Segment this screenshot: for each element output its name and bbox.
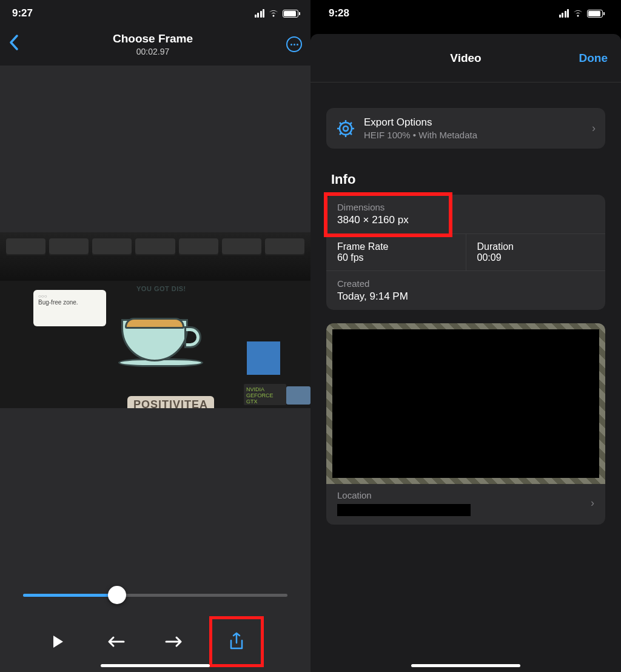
- highlight-box-share: [209, 616, 264, 667]
- map-card: Location ›: [326, 323, 605, 525]
- info-card: Dimensions 3840 × 2160 px Frame Rate 60 …: [326, 195, 605, 310]
- status-bar: 9:28: [310, 0, 621, 27]
- status-time: 9:28: [329, 7, 349, 19]
- sticker-positivitea: POSITIVITEA: [127, 396, 214, 408]
- prev-frame-button[interactable]: [105, 631, 127, 653]
- cup-speech-text: YOU GOT DIS!: [136, 285, 186, 292]
- status-indicators: [255, 9, 299, 18]
- frame-preview: ○○○ Bug-free zone. YOU GOT DIS! POSITIVI…: [0, 232, 310, 408]
- sheet-title: Video: [450, 52, 481, 65]
- svg-line-8: [340, 133, 341, 135]
- created-label: Created: [337, 278, 594, 289]
- location-row[interactable]: Location ›: [326, 484, 605, 525]
- gear-icon: [336, 119, 355, 138]
- wifi-icon: [268, 9, 279, 18]
- export-options-row[interactable]: Export Options HEIF 100% • With Metadata…: [326, 108, 605, 149]
- info-duration-row: Duration 00:09: [466, 234, 606, 270]
- created-value: Today, 9:14 PM: [337, 291, 594, 303]
- svg-line-7: [350, 133, 352, 135]
- status-bar: 9:27: [0, 0, 310, 27]
- svg-point-1: [343, 126, 348, 131]
- phone-video-info: 9:28 Video Done Export Options HEIF 100%…: [310, 0, 621, 672]
- export-title: Export Options: [364, 116, 477, 129]
- cellular-icon: [559, 9, 569, 18]
- sticker-intel: [286, 386, 310, 405]
- duration-label: Duration: [477, 241, 595, 252]
- export-subtitle: HEIF 100% • With Metadata: [364, 130, 477, 140]
- scrubber[interactable]: [23, 586, 287, 604]
- more-button[interactable]: [286, 36, 302, 52]
- wifi-icon: [572, 9, 583, 18]
- playback-controls: [0, 575, 310, 672]
- dimensions-value: 3840 × 2160 px: [337, 214, 594, 226]
- status-indicators: [559, 9, 603, 18]
- map-thumbnail[interactable]: [326, 323, 605, 484]
- duration-value: 00:09: [477, 252, 595, 263]
- phone-choose-frame: 9:27 Choose Frame 00:02.97 ○○○ Bug-free …: [0, 0, 310, 672]
- share-button[interactable]: [226, 631, 247, 653]
- sticker-bugfree: ○○○ Bug-free zone.: [33, 290, 106, 326]
- chevron-right-icon: ›: [592, 122, 596, 135]
- sticker-geforce: NVIDIA GEFORCE GTX: [244, 384, 286, 405]
- back-button[interactable]: [8, 34, 19, 55]
- nav-header: Choose Frame 00:02.97: [0, 27, 310, 66]
- play-button[interactable]: [47, 631, 69, 653]
- scrubber-thumb[interactable]: [108, 586, 126, 604]
- info-created-row: Created Today, 9:14 PM: [326, 271, 605, 310]
- sticker-bugfree-text: Bug-free zone.: [38, 299, 101, 306]
- location-redacted: [337, 504, 471, 516]
- next-frame-button[interactable]: [163, 631, 185, 653]
- laptop-keyboard: [0, 232, 310, 281]
- home-indicator[interactable]: [101, 664, 210, 667]
- cellular-icon: [255, 9, 265, 18]
- location-label: Location: [337, 490, 471, 500]
- battery-icon: [283, 10, 298, 18]
- info-dimensions-row: Dimensions 3840 × 2160 px: [326, 195, 605, 234]
- header-title-block: Choose Frame 00:02.97: [19, 32, 286, 56]
- frame-viewer[interactable]: ○○○ Bug-free zone. YOU GOT DIS! POSITIVI…: [0, 66, 310, 575]
- framerate-value: 60 fps: [337, 252, 455, 263]
- sheet-header: Video Done: [310, 34, 621, 82]
- info-heading: Info: [326, 172, 605, 187]
- svg-line-6: [340, 123, 341, 124]
- sticker-blue: [247, 341, 280, 375]
- done-button[interactable]: Done: [579, 52, 608, 65]
- battery-icon: [587, 10, 603, 18]
- sticker-cup: YOU GOT DIS!: [118, 302, 206, 390]
- video-info-sheet: Video Done Export Options HEIF 100% • Wi…: [310, 34, 621, 672]
- home-indicator[interactable]: [411, 664, 520, 667]
- svg-line-9: [350, 123, 352, 124]
- header-title: Choose Frame: [19, 32, 286, 45]
- chevron-right-icon: ›: [591, 497, 594, 509]
- status-time: 9:27: [12, 7, 33, 19]
- info-framerate-row: Frame Rate 60 fps: [326, 234, 466, 270]
- framerate-label: Frame Rate: [337, 241, 455, 252]
- header-timestamp: 00:02.97: [19, 47, 286, 56]
- dimensions-label: Dimensions: [337, 202, 594, 212]
